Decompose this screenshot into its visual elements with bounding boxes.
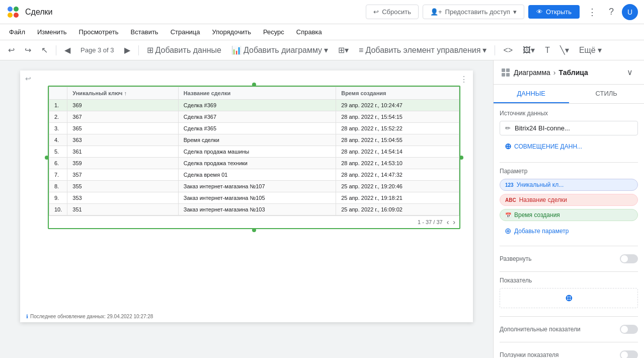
param-date-type: 📅 [505,212,511,218]
drag-handle-left[interactable] [45,156,49,160]
menu-file[interactable]: Файл [4,26,30,38]
parameter-section: Параметр 123 Уникальный кл... ABC Назван… [500,168,638,238]
add-param-button[interactable]: ⊕ Добавьте параметр [500,224,638,238]
undo-button[interactable]: ↩ [4,43,19,57]
row-name: Заказ интернет-магазина №107 [178,181,336,192]
param-chip-name[interactable]: ABC Название сделки [500,194,638,206]
tab-data[interactable]: ДАННЫЕ [494,85,569,103]
blend-button[interactable]: ⊕ СОВМЕЩЕНИЕ ДАНН... [500,138,638,154]
table-row[interactable]: 8. 355 Заказ интернет-магазина №107 25 а… [49,181,459,192]
panel-close-button[interactable]: ∨ [623,65,637,79]
add-data-button[interactable]: ⊞ Добавить данные [143,43,225,57]
add-metric-icon: ⊕ [565,293,573,304]
table-row[interactable]: 5. 361 Сделка продажа машины 28 апр. 202… [49,146,459,158]
menu-view[interactable]: Просмотреть [74,26,124,38]
drag-handle-right[interactable] [459,156,463,160]
section-divider-3 [500,271,638,272]
menu-insert[interactable]: Вставить [126,26,164,38]
col-date-header[interactable]: Время создания [336,87,459,100]
row-key: 361 [67,146,178,158]
menu-help[interactable]: Справка [291,26,327,38]
app-title: Сделки [25,8,53,17]
additional-metrics-toggle[interactable] [620,325,638,334]
table-row[interactable]: 2. 367 Сделка #367 28 апр. 2022 г., 15:5… [49,111,459,123]
add-metric-button[interactable]: ⊕ [500,288,638,308]
data-source-title: Источник данных [500,110,638,117]
param-title: Параметр [500,168,638,175]
avatar[interactable]: U [622,4,638,20]
expand-toggle[interactable] [620,254,638,263]
table-row[interactable]: 9. 353 Заказ интернет-магазина №105 25 а… [49,192,459,204]
tab-style[interactable]: СТИЛЬ [569,85,645,103]
toolbar-sep-1 [56,45,56,55]
row-date: 25 апр. 2022 г., 16:09:02 [336,204,459,216]
table-row[interactable]: 6. 359 Сделка продажа техники 28 апр. 20… [49,158,459,169]
top-bar-left: Сделки [6,5,53,19]
panel-body: Источник данных ✏ Bitrix24 BI-conne... ⊕… [494,104,644,358]
line-button[interactable]: ╲▾ [556,43,573,57]
info-icon: ℹ [26,314,28,319]
chevron-down-icon3: ▾ [598,45,602,55]
add-data-icon: ⊞ [147,45,153,55]
shapes-button[interactable]: ⊞▾ [334,43,353,57]
drag-handle-bottom[interactable] [252,228,256,232]
table-row[interactable]: 4. 363 Время сделки 28 апр. 2022 г., 15:… [49,134,459,146]
menu-page[interactable]: Страница [166,26,205,38]
reset-icon: ↩ [373,8,379,16]
control-icon: ≡ [359,46,363,55]
table-row[interactable]: 1. 369 Сделка #369 29 апр. 2022 г., 10:2… [49,100,459,111]
prev-page-btn[interactable]: ‹ [447,218,449,226]
row-date: 28 апр. 2022 г., 15:54:15 [336,111,459,123]
text-button[interactable]: T [541,44,554,57]
reset-button[interactable]: ↩ Сбросить [366,5,419,19]
metric-tooltip-toggle[interactable] [620,350,638,358]
svg-rect-6 [502,73,505,77]
table-row[interactable]: 10. 351 Заказ интернет-магазина №103 25 … [49,204,459,216]
help-button[interactable]: ? [605,5,618,19]
top-bar: Сделки ↩ Сбросить 👤+ Предоставить доступ… [0,0,644,24]
redo-button[interactable]: ↪ [21,43,35,57]
param-chip-key[interactable]: 123 Уникальный кл... [500,179,638,191]
toolbar: ↩ ↪ ↖ ◀ Page 3 of 3 ▶ ⊞ Добавить данные … [0,40,644,60]
svg-point-3 [14,13,19,18]
next-page-button[interactable]: ▶ [120,43,134,57]
row-name: Сделка продажа техники [178,158,336,169]
param-chip-date[interactable]: 📅 Время создания [500,209,638,221]
row-key: 367 [67,111,178,123]
canvas-undo-icon[interactable]: ↩ [25,75,31,83]
canvas-more-icon[interactable]: ⋮ [460,75,468,84]
image-button[interactable]: 🖼▾ [519,43,539,57]
menu-arrange[interactable]: Упорядочить [207,26,256,38]
prev-page-button[interactable]: ◀ [60,43,74,57]
main-area: ↩ ⋮ Уникальный ключ ↑ Название сделки [0,60,644,358]
metric-section: Показатель ⊕ [500,277,638,308]
add-chart-button[interactable]: 📊 Добавить диаграмму ▾ [227,43,332,57]
col-key-header[interactable]: Уникальный ключ ↑ [67,87,178,100]
additional-metrics-label: Дополнительные показатели [500,326,581,333]
more-button[interactable]: Ещё ▾ [575,43,606,57]
add-control-button[interactable]: ≡ Добавить элемент управления ▾ [355,43,491,57]
select-tool-button[interactable]: ↖ [37,43,52,57]
breadcrumb-arrow: › [553,68,556,77]
menu-edit[interactable]: Изменить [32,26,72,38]
col-name-header[interactable]: Название сделки [178,87,336,100]
table-row[interactable]: 7. 357 Сделка время 01 28 апр. 2022 г., … [49,169,459,181]
row-num: 7. [49,169,67,181]
row-num: 3. [49,123,67,134]
svg-rect-5 [506,68,510,72]
toolbar-sep-3 [495,45,495,55]
table-row[interactable]: 3. 365 Сделка #365 28 апр. 2022 г., 15:5… [49,123,459,134]
chevron-down-icon: ▾ [324,45,328,55]
metric-tooltip-row: Ползунки показателя [500,347,638,358]
more-options-button[interactable]: ⋮ [584,5,601,20]
metric-title: Показатель [500,277,638,284]
drag-handle-top[interactable] [252,83,256,87]
person-add-icon: 👤+ [430,8,442,16]
row-name: Сделка время 01 [178,169,336,181]
next-page-btn[interactable]: › [453,218,455,226]
code-button[interactable]: <> [499,44,517,57]
share-button[interactable]: 👤+ Предоставить доступ ▾ [423,5,524,19]
open-button[interactable]: 👁 Открыть [528,5,580,19]
data-source-item[interactable]: ✏ Bitrix24 BI-conne... [500,121,638,135]
menu-resource[interactable]: Ресурс [258,26,289,38]
